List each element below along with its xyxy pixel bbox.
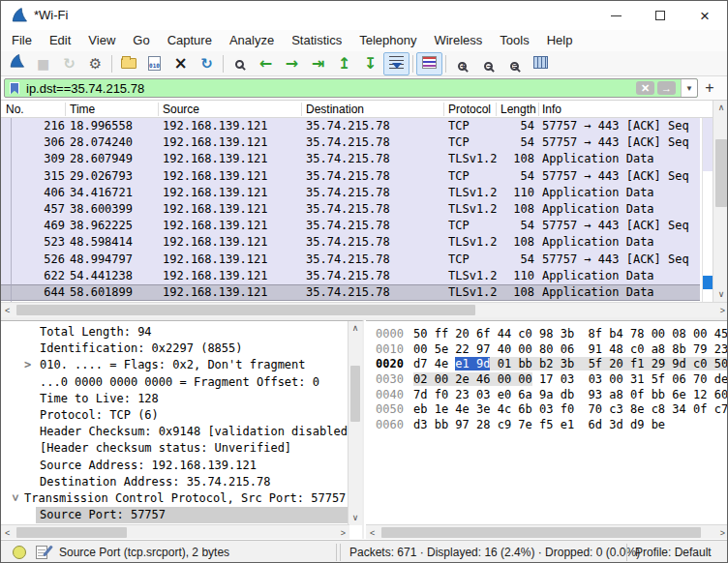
hex-line[interactable]: 0050eb 1e 4e 3e 4c 6b 03 f0 70 c3 8e c8 …: [366, 402, 728, 418]
detail-line[interactable]: Total Length: 94: [1, 324, 348, 341]
close-button[interactable]: ×: [682, 1, 727, 30]
packet-row[interactable]: 62254.441238192.168.139.12135.74.215.78T…: [1, 268, 700, 284]
menu-help[interactable]: Help: [538, 30, 582, 51]
packet-row[interactable]: 46938.962225192.168.139.12135.74.215.78T…: [1, 218, 700, 234]
details-hscrollbar[interactable]: < >: [1, 524, 349, 539]
maximize-button[interactable]: [638, 1, 682, 30]
column-header-protocol[interactable]: Protocol: [448, 103, 491, 116]
restart-capture-button[interactable]: ↻: [56, 52, 82, 75]
hscroll-thumb[interactable]: [16, 305, 475, 315]
filter-bookmark-icon[interactable]: [10, 82, 19, 95]
close-file-button[interactable]: ×: [167, 52, 194, 75]
zoom-in-button[interactable]: +: [449, 52, 475, 75]
colorize-packets-button[interactable]: [416, 52, 442, 75]
detail-line[interactable]: ...0 0000 0000 0000 = Fragment Offset: 0: [1, 374, 348, 391]
scroll-left-icon[interactable]: <: [5, 529, 10, 538]
column-divider[interactable]: [158, 103, 159, 116]
scroll-right-icon[interactable]: >: [720, 307, 725, 315]
hex-line[interactable]: 001000 5e 22 97 40 00 80 06 91 48 c0 a8 …: [366, 342, 728, 358]
packet-row[interactable]: 52648.994797192.168.139.12135.74.215.78T…: [1, 252, 700, 268]
packet-row[interactable]: 45738.600399192.168.139.12135.74.215.78T…: [1, 201, 700, 218]
detail-line[interactable]: Source Address: 192.168.139.121: [1, 458, 348, 474]
detail-line[interactable]: Header Checksum: 0x9148 [validation disa…: [1, 424, 348, 440]
details-vscrollbar[interactable]: ∧ ∨: [348, 321, 362, 525]
go-last-packet-button[interactable]: ↧: [357, 52, 383, 75]
column-header-length[interactable]: Length: [500, 103, 536, 116]
column-divider[interactable]: [443, 103, 444, 116]
vscroll-thumb[interactable]: [715, 139, 727, 207]
column-header-source[interactable]: Source: [163, 103, 199, 116]
detail-line[interactable]: >Transmission Control Protocol, Src Port…: [1, 490, 348, 507]
menu-wireless[interactable]: Wireless: [425, 30, 491, 51]
reload-file-button[interactable]: ↻: [194, 52, 220, 75]
packet-list-vscrollbar[interactable]: ∧ ∨: [713, 101, 728, 302]
hscroll-thumb[interactable]: [16, 527, 127, 538]
packet-row[interactable]: 21618.996558192.168.139.12135.74.215.78T…: [1, 118, 700, 134]
zoom-out-button[interactable]: −: [475, 52, 501, 75]
vscroll-thumb[interactable]: [350, 366, 360, 422]
zoom-reset-button[interactable]: =: [501, 52, 528, 75]
column-divider[interactable]: [301, 103, 302, 116]
column-divider[interactable]: [496, 103, 497, 116]
packet-row[interactable]: 52348.598414192.168.139.12135.74.215.78T…: [1, 234, 700, 251]
auto-scroll-button[interactable]: [383, 52, 410, 75]
detail-line[interactable]: [Header checksum status: Unverified]: [1, 440, 348, 457]
scroll-up-icon[interactable]: ∧: [349, 324, 362, 333]
hex-line[interactable]: 003002 00 2e 46 00 00 17 03 03 00 31 5f …: [366, 372, 728, 388]
scroll-right-icon[interactable]: >: [720, 529, 725, 538]
find-packet-button[interactable]: [227, 52, 253, 75]
menu-analyze[interactable]: Analyze: [221, 30, 283, 51]
column-header-destination[interactable]: Destination: [306, 103, 364, 116]
hex-hscrollbar[interactable]: < >: [366, 524, 728, 539]
column-header-info[interactable]: Info: [542, 103, 561, 116]
packet-row[interactable]: 64458.601899192.168.139.12135.74.215.78T…: [1, 284, 700, 301]
scroll-up-icon[interactable]: ∧: [713, 104, 728, 112]
hex-line[interactable]: 0020d7 4e e1 9d 01 bb b2 3b 5f 20 f1 29 …: [366, 357, 728, 372]
packet-row[interactable]: 30628.074240192.168.139.12135.74.215.78T…: [1, 134, 700, 151]
scroll-down-icon[interactable]: ∨: [713, 290, 728, 299]
minimize-button[interactable]: [593, 1, 638, 30]
profile-status[interactable]: Profile: Default: [635, 546, 712, 559]
expert-info-icon[interactable]: [13, 546, 26, 559]
hscroll-thumb[interactable]: [381, 527, 701, 538]
filter-clear-button[interactable]: ✕: [636, 81, 654, 95]
hex-line[interactable]: 000050 ff 20 6f 44 c0 98 3b 8f b4 78 00 …: [366, 327, 728, 342]
detail-line[interactable]: >010. .... = Flags: 0x2, Don't fragment: [1, 357, 348, 373]
capture-options-button[interactable]: ⚙: [82, 52, 108, 75]
detail-line[interactable]: Destination Address: 35.74.215.78: [1, 474, 348, 490]
menu-file[interactable]: File: [3, 30, 41, 51]
filter-add-button[interactable]: +: [700, 78, 719, 98]
scroll-left-icon[interactable]: <: [370, 529, 375, 538]
column-header-no[interactable]: No.: [6, 103, 24, 116]
go-back-button[interactable]: ←: [253, 52, 279, 75]
detail-line[interactable]: Source Port: 57757: [1, 507, 348, 523]
detail-line[interactable]: Identification: 0x2297 (8855): [1, 341, 348, 357]
menu-go[interactable]: Go: [124, 30, 158, 51]
column-divider[interactable]: [538, 103, 539, 116]
go-forward-button[interactable]: →: [279, 52, 305, 75]
detail-line[interactable]: Protocol: TCP (6): [1, 407, 348, 424]
hex-line[interactable]: 00407d f0 23 03 e0 6a 9a db 93 a8 0f bb …: [366, 388, 728, 403]
packet-row[interactable]: 30928.607949192.168.139.12135.74.215.78T…: [1, 151, 700, 167]
start-capture-button[interactable]: [4, 52, 30, 75]
open-file-button[interactable]: [115, 52, 141, 75]
scroll-left-icon[interactable]: <: [5, 307, 10, 315]
menu-telephony[interactable]: Telephony: [350, 30, 425, 51]
display-filter-input[interactable]: ip.dst==35.74.215.78 ✕ → ▼: [4, 78, 698, 98]
go-to-packet-button[interactable]: ⇥: [305, 52, 331, 75]
menu-edit[interactable]: Edit: [41, 30, 79, 51]
filter-apply-button[interactable]: →: [657, 81, 676, 95]
scroll-down-icon[interactable]: ∨: [349, 514, 362, 522]
menu-view[interactable]: View: [79, 30, 124, 51]
stop-capture-button[interactable]: ■: [30, 52, 56, 75]
hex-line[interactable]: 0060d3 bb 97 28 c9 7e f5 e1 6d 3d d9 be: [366, 418, 728, 433]
packet-row[interactable]: 31529.026793192.168.139.12135.74.215.78T…: [1, 168, 700, 185]
column-header-time[interactable]: Time: [70, 103, 95, 116]
packet-list-hscrollbar[interactable]: < >: [1, 302, 728, 317]
collapse-arrow-icon[interactable]: >: [7, 494, 23, 506]
scroll-right-icon[interactable]: >: [341, 529, 346, 538]
save-file-button[interactable]: 010: [141, 52, 167, 75]
capture-comment-icon[interactable]: [36, 546, 47, 559]
filter-history-dropdown[interactable]: ▼: [681, 79, 697, 97]
resize-columns-button[interactable]: [528, 52, 554, 75]
